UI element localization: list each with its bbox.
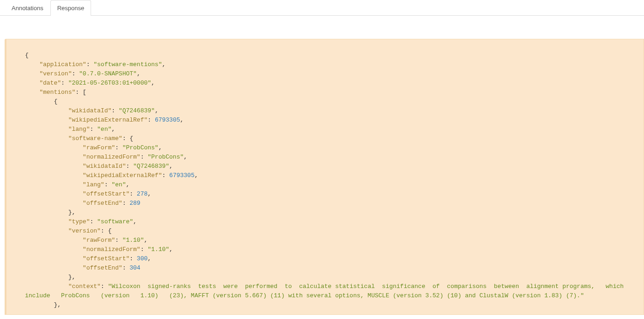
tab-bar: Annotations Response	[0, 0, 644, 16]
tab-response[interactable]: Response	[50, 0, 92, 16]
content-area: { "application": "software-mentions", "v…	[0, 16, 644, 315]
tab-annotations[interactable]: Annotations	[5, 0, 50, 16]
json-response-panel[interactable]: { "application": "software-mentions", "v…	[5, 39, 644, 315]
